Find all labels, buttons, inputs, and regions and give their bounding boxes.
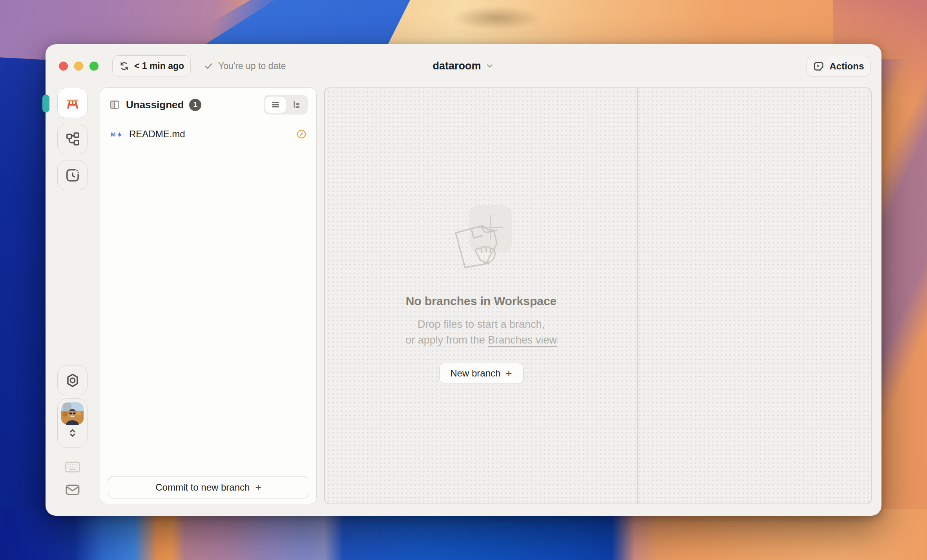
- drop-files-illustration: [450, 204, 513, 279]
- svg-text:M: M: [111, 131, 116, 138]
- actions-button[interactable]: Actions: [807, 56, 870, 77]
- feedback-button[interactable]: [57, 483, 88, 496]
- tree-view-button[interactable]: [286, 96, 307, 113]
- unassigned-icon: [109, 99, 120, 111]
- wallpaper-bottom-stripes: [0, 509, 927, 560]
- empty-state: No branches in Workspace Drop files to s…: [325, 88, 637, 504]
- history-clock-icon: [65, 167, 80, 183]
- modified-status-icon: [296, 129, 307, 140]
- view-mode-toggle: [264, 95, 308, 115]
- rail-workspace-button[interactable]: [57, 88, 88, 118]
- chevron-updown-icon: [67, 426, 78, 440]
- account-switcher[interactable]: [57, 398, 88, 448]
- workspace-canvas[interactable]: No branches in Workspace Drop files to s…: [324, 87, 872, 504]
- commit-to-new-branch-button[interactable]: Commit to new branch +: [108, 476, 309, 498]
- active-workspace-indicator: [42, 95, 49, 113]
- empty-state-title: No branches in Workspace: [406, 295, 557, 308]
- chevron-down-icon: [485, 61, 495, 71]
- list-view-button[interactable]: [265, 96, 286, 113]
- keyboard-shortcuts-button[interactable]: [57, 461, 88, 473]
- workbench-icon: [64, 95, 81, 111]
- plus-icon: +: [505, 368, 512, 379]
- tree-view-icon: [291, 100, 301, 110]
- plus-icon: +: [255, 482, 261, 493]
- titlebar: < 1 min ago You're up to date dataroom: [46, 45, 881, 82]
- file-row-readme[interactable]: M README.md: [104, 125, 313, 143]
- subtitle-line2-prefix: or apply from the: [405, 334, 488, 346]
- project-switcher[interactable]: dataroom: [46, 55, 881, 76]
- rail-settings-button[interactable]: [57, 365, 88, 395]
- empty-state-subtitle: Drop files to start a branch, or apply f…: [405, 316, 557, 348]
- branches-view-link[interactable]: Branches view: [488, 334, 557, 346]
- new-branch-label: New branch: [450, 368, 500, 379]
- branches-icon: [65, 131, 80, 147]
- subtitle-line1: Drop files to start a branch,: [418, 318, 545, 330]
- actions-label: Actions: [829, 61, 864, 72]
- settings-nut-icon: [65, 373, 80, 388]
- file-count-badge: 1: [189, 99, 201, 111]
- unassigned-header: Unassigned 1: [100, 88, 316, 122]
- rail-history-button[interactable]: [57, 160, 88, 190]
- keyboard-icon: [65, 461, 80, 473]
- project-name: dataroom: [432, 60, 481, 72]
- wallpaper-smudge: [451, 6, 542, 30]
- unassigned-panel: Unassigned 1: [100, 87, 317, 504]
- rail-branches-button[interactable]: [57, 124, 88, 154]
- panel-title: Unassigned: [126, 99, 184, 111]
- commit-button-label: Commit to new branch: [155, 482, 250, 493]
- file-name: README.md: [129, 129, 185, 140]
- new-branch-button[interactable]: New branch +: [439, 363, 524, 384]
- markdown-file-icon: M: [110, 129, 123, 139]
- mail-icon: [65, 483, 80, 496]
- app-window: < 1 min ago You're up to date dataroom: [46, 44, 881, 516]
- actions-sparkle-icon: [813, 60, 825, 72]
- list-view-icon: [270, 100, 281, 110]
- avatar: [61, 402, 84, 425]
